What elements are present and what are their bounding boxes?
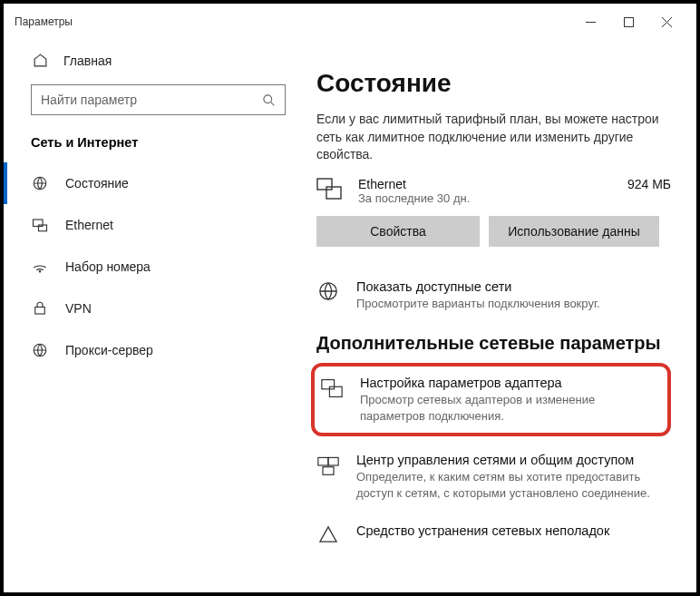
svg-line-5 xyxy=(270,102,274,105)
home-label: Главная xyxy=(63,54,112,68)
adapter-sub: Просмотр сетевых адаптеров и изменение п… xyxy=(360,392,658,424)
titlebar: Параметры xyxy=(4,4,696,40)
nav-label: Набор номера xyxy=(65,259,151,274)
home-link[interactable]: Главная xyxy=(4,47,307,84)
sidebar-item-proxy[interactable]: Прокси-сервер xyxy=(4,329,307,371)
svg-rect-13 xyxy=(326,187,341,199)
status-icon xyxy=(31,175,49,191)
ethernet-icon xyxy=(31,217,49,233)
close-button[interactable] xyxy=(647,8,685,35)
troubleshoot-title: Средство устранения сетевых неполадок xyxy=(356,523,671,540)
ethernet-period: За последние 30 дн. xyxy=(358,191,611,205)
show-networks-sub: Просмотрите варианты подключения вокруг. xyxy=(356,296,671,312)
window-caption: Параметры xyxy=(15,15,73,28)
search-icon xyxy=(262,93,276,107)
home-icon xyxy=(31,53,49,68)
nav-label: Состояние xyxy=(65,176,129,191)
nav-label: Прокси-сервер xyxy=(65,343,153,357)
properties-button[interactable]: Свойства xyxy=(316,216,480,247)
svg-point-4 xyxy=(264,94,272,103)
section-title: Сеть и Интернет xyxy=(4,132,307,162)
ethernet-name: Ethernet xyxy=(358,177,611,191)
adapter-title: Настройка параметров адаптера xyxy=(360,376,658,392)
troubleshoot-link[interactable]: Средство устранения сетевых неполадок xyxy=(316,514,671,543)
svg-rect-17 xyxy=(318,458,328,466)
minimize-button[interactable] xyxy=(571,8,609,35)
nav-label: VPN xyxy=(65,301,92,316)
sidebar-item-vpn[interactable]: VPN xyxy=(4,288,307,329)
main-content: Состояние Если у вас лимитный тарифный п… xyxy=(307,40,696,592)
show-networks-link[interactable]: Показать доступные сети Просмотрите вари… xyxy=(316,270,671,325)
advanced-section-title: Дополнительные сетевые параметры xyxy=(316,324,671,361)
nav-list: Состояние Ethernet Набор номера xyxy=(4,162,307,371)
metered-description: Если у вас лимитный тарифный план, вы мо… xyxy=(316,111,661,177)
svg-rect-18 xyxy=(328,458,338,466)
search-placeholder: Найти параметр xyxy=(41,93,255,107)
globe-icon xyxy=(316,279,340,301)
proxy-icon xyxy=(31,342,49,358)
svg-rect-16 xyxy=(329,387,342,397)
svg-rect-1 xyxy=(624,17,633,26)
svg-rect-10 xyxy=(35,308,45,315)
vpn-icon xyxy=(31,300,49,317)
dialup-icon xyxy=(31,260,49,273)
sharing-title: Центр управления сетями и общим доступом xyxy=(356,453,671,469)
nav-label: Ethernet xyxy=(65,218,113,232)
sidebar-item-ethernet[interactable]: Ethernet xyxy=(4,204,307,246)
settings-window: Параметры Главная Найти параметр xyxy=(0,0,700,596)
page-title: Состояние xyxy=(316,40,671,111)
ethernet-usage: 924 МБ xyxy=(627,177,671,191)
svg-rect-15 xyxy=(322,380,335,389)
show-networks-title: Показать доступные сети xyxy=(356,279,671,296)
sharing-center-link[interactable]: Центр управления сетями и общим доступом… xyxy=(316,444,671,513)
maximize-button[interactable] xyxy=(609,8,647,35)
ethernet-row: Ethernet За последние 30 дн. 924 МБ xyxy=(316,177,671,216)
ethernet-icon xyxy=(316,177,342,200)
data-usage-button[interactable]: Использование данны xyxy=(489,216,659,247)
warning-icon xyxy=(316,523,340,543)
sidebar-item-status[interactable]: Состояние xyxy=(4,162,307,204)
svg-rect-12 xyxy=(317,179,332,190)
sidebar-item-dialup[interactable]: Набор номера xyxy=(4,246,307,288)
sharing-icon xyxy=(316,453,340,476)
adapter-settings-link[interactable]: Настройка параметров адаптера Просмотр с… xyxy=(315,374,664,425)
window-controls xyxy=(571,8,685,35)
sidebar: Главная Найти параметр Сеть и Интернет С… xyxy=(4,40,307,592)
adapter-icon xyxy=(320,376,344,399)
svg-rect-19 xyxy=(323,467,334,475)
search-input[interactable]: Найти параметр xyxy=(31,84,286,115)
sharing-sub: Определите, к каким сетям вы хотите пред… xyxy=(356,469,671,501)
svg-point-9 xyxy=(39,271,41,273)
highlight-annotation: Настройка параметров адаптера Просмотр с… xyxy=(311,363,671,436)
